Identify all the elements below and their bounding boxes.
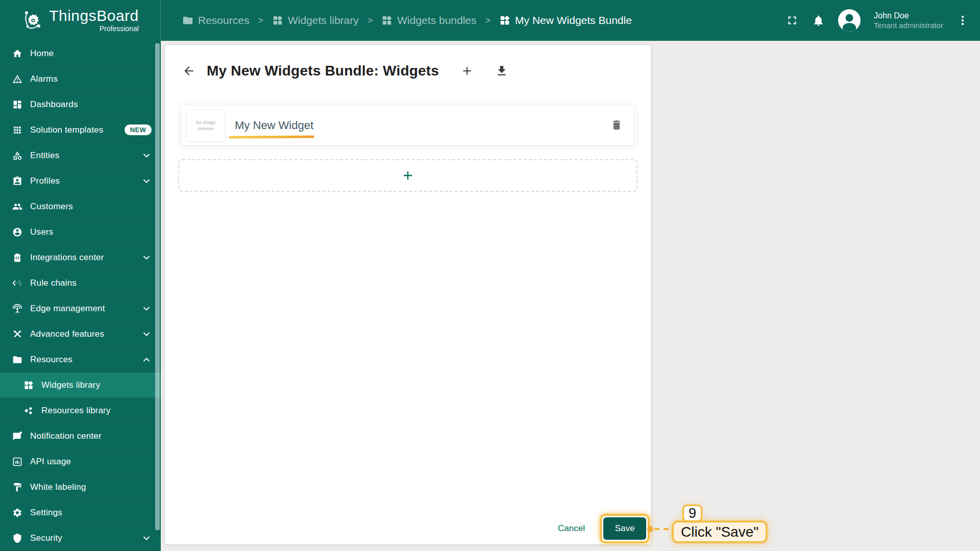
sidebar-item-profiles[interactable]: Profiles (0, 168, 161, 194)
people-icon (12, 202, 22, 212)
trash-icon (610, 119, 623, 131)
folder-icon (182, 15, 193, 26)
save-button[interactable]: Save (603, 517, 646, 540)
api-usage-icon (12, 457, 22, 467)
new-badge: NEW (125, 124, 152, 135)
widget-slot: No Image preview My New Widget (178, 102, 638, 149)
chevron-down-icon (141, 176, 152, 186)
add-widget-button[interactable] (460, 64, 474, 78)
user-role: Tenant administrator (874, 21, 943, 31)
sidebar-item-edge-management[interactable]: Edge management (0, 296, 161, 321)
apps-icon (12, 125, 22, 135)
card-actions: Cancel Save (550, 517, 646, 540)
category-icon (12, 151, 22, 161)
user-name: John Doe (874, 11, 943, 21)
notifications-button[interactable] (812, 14, 825, 27)
annotation-connector-line (654, 528, 674, 530)
sidebar-item-entities[interactable]: Entities (0, 143, 161, 168)
integrations-icon (12, 253, 22, 263)
dashboard-icon (12, 99, 22, 110)
header-actions: John Doe Tenant administrator (786, 9, 980, 32)
sidebar-item-resources[interactable]: Resources (0, 347, 161, 372)
user-avatar-icon (838, 9, 861, 32)
sidebar-item-notification-center[interactable]: Notification center (0, 423, 161, 449)
widgets-icon (381, 15, 393, 26)
sidebar-scrollbar[interactable] (155, 43, 160, 530)
antenna-icon (12, 304, 22, 314)
more-menu-button[interactable] (957, 14, 969, 27)
warning-icon (12, 74, 22, 84)
sidebar-item-solution-templates[interactable]: Solution templates NEW (0, 117, 161, 143)
chevron-down-icon (141, 304, 152, 314)
widgets-icon (499, 15, 510, 26)
sidebar-item-api-usage[interactable]: API usage (0, 449, 161, 474)
logo-title: ThingsBoard (49, 8, 139, 23)
sidebar-item-integrations-center[interactable]: Integrations center (0, 245, 161, 270)
fullscreen-button[interactable] (786, 14, 799, 27)
sidebar-item-alarms[interactable]: Alarms (0, 66, 161, 92)
breadcrumb-current-bundle: My New Widgets Bundle (499, 14, 632, 27)
logo-subtitle: Professional (100, 24, 139, 33)
sidebar-item-home[interactable]: Home (0, 41, 161, 66)
widget-list: No Image preview My New Widget (165, 97, 651, 192)
sidebar-item-rule-chains[interactable]: Rule chains (0, 270, 161, 296)
breadcrumb-resources[interactable]: Resources (182, 14, 249, 27)
sidebar-item-settings[interactable]: Settings (0, 500, 161, 525)
page-title: My New Widgets Bundle: Widgets (207, 63, 439, 79)
plus-icon (460, 64, 474, 78)
delete-widget-button[interactable] (610, 119, 623, 133)
diamonds-icon (23, 406, 34, 416)
thingsboard-logo-icon (21, 9, 44, 32)
arrow-left-icon (182, 64, 195, 78)
cancel-button[interactable]: Cancel (550, 518, 593, 539)
sidebar-item-customers[interactable]: Customers (0, 194, 161, 219)
logo-wordmark: ThingsBoard Professional (49, 8, 139, 33)
widget-thumbnail: No Image preview (186, 109, 226, 142)
annotation-connector-dot (647, 526, 653, 532)
sidebar-item-widgets-library[interactable]: Widgets library (0, 372, 161, 398)
sidebar-item-advanced-features[interactable]: Advanced features (0, 321, 161, 347)
kebab-icon (957, 14, 969, 27)
chevron-up-icon (141, 355, 152, 365)
sidebar-item-security[interactable]: Security (0, 525, 161, 551)
sidebar-item-resources-library[interactable]: Resources library (0, 398, 161, 423)
user-info[interactable]: John Doe Tenant administrator (874, 11, 943, 31)
sidebar-item-users[interactable]: Users (0, 219, 161, 245)
content-area: My New Widgets Bundle: Widgets No Image … (161, 41, 980, 551)
sidebar-item-white-labeling[interactable]: White labeling (0, 474, 161, 500)
breadcrumb-separator: > (366, 15, 374, 26)
widget-row[interactable]: No Image preview My New Widget (181, 105, 634, 146)
shield-icon (12, 533, 22, 543)
download-icon (495, 64, 508, 78)
widget-name-field[interactable]: My New Widget (235, 119, 313, 132)
folder-icon (12, 355, 22, 365)
account-circle-icon (12, 227, 22, 237)
rule-chains-icon (12, 278, 22, 288)
add-widget-dropzone[interactable] (178, 159, 638, 192)
card-header: My New Widgets Bundle: Widgets (165, 45, 651, 97)
plus-icon (401, 168, 415, 183)
chevron-down-icon (141, 151, 152, 161)
gear-icon (12, 508, 22, 518)
chevron-down-icon (141, 329, 152, 339)
notification-icon (12, 431, 22, 441)
breadcrumb-widgets-bundles[interactable]: Widgets bundles (381, 14, 476, 27)
download-bundle-button[interactable] (495, 64, 508, 78)
badge-icon (12, 176, 22, 186)
avatar[interactable] (838, 9, 861, 32)
breadcrumb-separator: > (484, 15, 492, 26)
widgets-bundle-card: My New Widgets Bundle: Widgets No Image … (165, 45, 651, 544)
back-button[interactable] (182, 64, 195, 78)
widgets-icon (23, 380, 34, 390)
fullscreen-icon (786, 14, 799, 27)
breadcrumb-widgets-library[interactable]: Widgets library (272, 14, 359, 27)
paint-roller-icon (12, 482, 22, 492)
tools-icon (12, 329, 22, 339)
chevron-down-icon (141, 253, 152, 263)
bell-icon (812, 14, 825, 27)
thingsboard-logo[interactable]: ThingsBoard Professional (0, 0, 161, 41)
widgets-icon (272, 15, 283, 26)
sidebar-item-dashboards[interactable]: Dashboards (0, 92, 161, 117)
breadcrumb: Resources > Widgets library > Widgets bu… (182, 14, 632, 27)
top-header: ThingsBoard Professional Resources > Wid… (0, 0, 980, 41)
